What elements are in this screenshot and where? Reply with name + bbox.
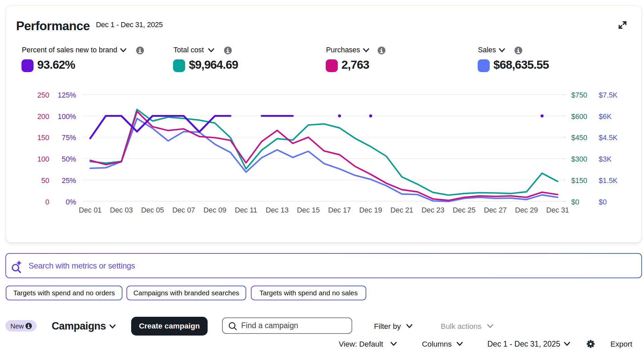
svg-text:$7.5K: $7.5K xyxy=(599,91,618,99)
svg-text:Dec 01: Dec 01 xyxy=(79,206,102,214)
svg-text:Dec 23: Dec 23 xyxy=(422,206,444,214)
svg-text:0: 0 xyxy=(45,198,49,206)
svg-text:50%: 50% xyxy=(62,155,76,163)
svg-text:Dec 15: Dec 15 xyxy=(297,206,320,214)
svg-text:Dec 11: Dec 11 xyxy=(235,206,257,214)
svg-text:250: 250 xyxy=(37,91,49,99)
svg-text:Dec 19: Dec 19 xyxy=(359,206,382,214)
svg-text:150: 150 xyxy=(37,134,49,142)
svg-text:$4.5K: $4.5K xyxy=(599,134,618,142)
svg-text:$600: $600 xyxy=(571,113,587,121)
svg-text:Dec 07: Dec 07 xyxy=(172,206,195,214)
svg-text:$300: $300 xyxy=(571,155,587,163)
svg-text:Dec 27: Dec 27 xyxy=(484,206,507,214)
svg-text:Dec 21: Dec 21 xyxy=(390,206,413,214)
svg-text:$6K: $6K xyxy=(599,113,612,121)
svg-text:Dec 17: Dec 17 xyxy=(328,206,351,214)
svg-text:Dec 03: Dec 03 xyxy=(110,206,133,214)
svg-text:Dec 25: Dec 25 xyxy=(453,206,476,214)
svg-text:125%: 125% xyxy=(58,91,76,99)
svg-text:$750: $750 xyxy=(571,91,587,99)
svg-text:75%: 75% xyxy=(62,134,76,142)
svg-text:200: 200 xyxy=(37,113,49,121)
svg-text:$450: $450 xyxy=(571,134,587,142)
svg-text:50: 50 xyxy=(41,177,49,185)
svg-text:Dec 09: Dec 09 xyxy=(204,206,226,214)
svg-text:100%: 100% xyxy=(58,113,76,121)
svg-text:Dec 05: Dec 05 xyxy=(141,206,164,214)
svg-text:$0: $0 xyxy=(571,198,579,206)
svg-text:$1.5K: $1.5K xyxy=(599,177,618,185)
svg-text:0%: 0% xyxy=(66,198,76,206)
svg-text:Dec 13: Dec 13 xyxy=(266,206,288,214)
svg-text:Dec 29: Dec 29 xyxy=(515,206,538,214)
svg-text:$3K: $3K xyxy=(599,155,612,163)
svg-text:Dec 31: Dec 31 xyxy=(546,206,569,214)
svg-text:$150: $150 xyxy=(571,177,587,185)
svg-text:25%: 25% xyxy=(62,177,76,185)
svg-text:$0: $0 xyxy=(599,198,607,206)
svg-text:100: 100 xyxy=(37,155,49,163)
